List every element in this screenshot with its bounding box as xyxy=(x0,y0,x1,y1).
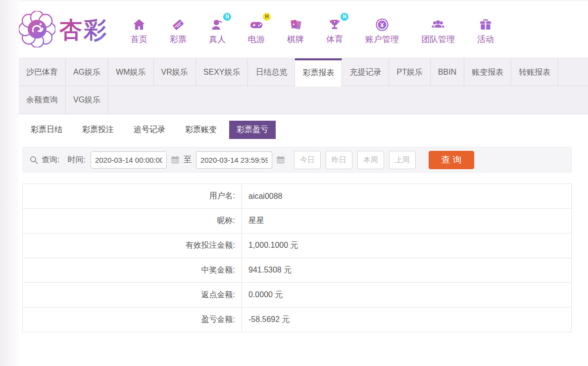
table-row: 返点金额: 0.0000 元 xyxy=(23,283,572,308)
end-time-input[interactable] xyxy=(196,151,272,169)
nav-item-chess[interactable]: 棋牌 xyxy=(287,15,304,45)
quick-today-button[interactable]: 今日 xyxy=(294,151,321,169)
quick-yesterday-button[interactable]: 昨日 xyxy=(326,151,352,169)
row-label: 用户名: xyxy=(23,184,242,209)
row-value: 0.0000 元 xyxy=(242,283,572,308)
row-label: 中奖金额: xyxy=(23,258,242,283)
tab-daily-summary[interactable]: 日结总览 xyxy=(248,58,295,87)
row-label: 盈亏金额: xyxy=(23,308,242,332)
nav-label: 体育 xyxy=(326,34,343,45)
tab-sexy[interactable]: SEXY娱乐 xyxy=(196,58,248,87)
tab-pt[interactable]: PT娱乐 xyxy=(389,58,430,87)
nav-label: 首页 xyxy=(131,34,147,45)
nav-label: 电游 xyxy=(248,34,265,45)
report-tab-lottery-daily[interactable]: 彩票日结 xyxy=(23,121,70,139)
table-row: 盈亏金额: -58.5692 元 xyxy=(23,308,572,332)
query-submit-button[interactable]: 查 询 xyxy=(429,151,474,169)
new-badge: N xyxy=(223,13,231,21)
brand-name: 杏彩 xyxy=(59,15,108,46)
tab-saba-sports[interactable]: 沙巴体育 xyxy=(19,58,66,87)
quick-this-week-button[interactable]: 本周 xyxy=(357,151,384,169)
nav-label: 账户管理 xyxy=(365,34,399,45)
category-tab-row-2: 余额查询 VG娱乐 xyxy=(19,86,588,114)
nav-item-egames[interactable]: H 电游 xyxy=(248,15,265,45)
coin-icon: ¥ xyxy=(375,15,390,32)
tab-account-change-report[interactable]: 账变报表 xyxy=(464,58,511,87)
report-tab-bar: 彩票日结 彩票投注 追号记录 彩票账变 彩票盈亏 xyxy=(19,114,588,144)
report-tab-lottery-account-change[interactable]: 彩票账变 xyxy=(178,121,224,139)
nav-item-lottery[interactable]: 彩票 xyxy=(170,15,187,45)
row-value: aicai0088 xyxy=(242,184,572,209)
query-bar: 查询: 时间: 至 今日 昨日 本周 上周 查 询 xyxy=(22,147,572,173)
tab-lottery-report[interactable]: 彩票报表 xyxy=(295,58,342,87)
lottery-ticket-icon xyxy=(171,15,186,32)
page-left-gutter xyxy=(0,0,19,366)
to-label: 至 xyxy=(184,155,192,165)
tab-wm[interactable]: WM娱乐 xyxy=(108,58,153,87)
home-icon xyxy=(132,15,147,32)
nav-item-sports[interactable]: N 体育 xyxy=(326,15,343,45)
profit-summary-table: 用户名: aicai0088 昵称: 星星 有效投注金额: 1,000.1000… xyxy=(22,183,572,332)
row-label: 昵称: xyxy=(23,209,242,233)
nav-item-team[interactable]: 团队管理 xyxy=(421,15,455,45)
svg-text:¥: ¥ xyxy=(381,21,384,28)
main-nav: 首页 彩票 N xyxy=(131,15,494,45)
category-tab-bar: 沙巴体育 AG娱乐 WM娱乐 VR娱乐 SEXY娱乐 日结总览 彩票报表 充提记… xyxy=(19,58,588,114)
nav-label: 真人 xyxy=(209,34,226,45)
gift-icon xyxy=(478,15,493,32)
nav-label: 彩票 xyxy=(170,34,187,45)
report-tab-lottery-profit[interactable]: 彩票盈亏 xyxy=(229,121,276,139)
tab-vr[interactable]: VR娱乐 xyxy=(154,58,196,87)
report-tab-lottery-bets[interactable]: 彩票投注 xyxy=(75,121,121,139)
row-value: 星星 xyxy=(242,209,572,233)
tab-deposit-withdraw[interactable]: 充提记录 xyxy=(342,58,389,87)
row-value: 1,000.1000 元 xyxy=(242,233,572,258)
live-person-icon: N xyxy=(210,15,225,32)
hot-badge: H xyxy=(263,13,271,21)
tab-transfer-report[interactable]: 转账报表 xyxy=(511,58,558,87)
nav-item-activity[interactable]: 活动 xyxy=(477,15,494,45)
nav-item-home[interactable]: 首页 xyxy=(131,15,147,45)
row-label: 返点金额: xyxy=(23,283,242,308)
row-label: 有效投注金额: xyxy=(23,233,242,258)
table-row: 中奖金额: 941.5308 元 xyxy=(23,258,572,283)
tab-vg[interactable]: VG娱乐 xyxy=(66,86,108,114)
brand-logo[interactable]: 杏彩 xyxy=(19,11,108,49)
nav-item-account[interactable]: ¥ 账户管理 xyxy=(365,15,399,45)
end-calendar-icon[interactable] xyxy=(276,155,286,165)
site-header: 杏彩 首页 彩票 xyxy=(19,0,588,58)
search-icon xyxy=(29,155,39,165)
time-label: 时间: xyxy=(67,155,85,165)
row-value: -58.5692 元 xyxy=(242,308,572,332)
flower-logo-icon xyxy=(19,11,55,49)
trophy-icon: N xyxy=(327,15,342,32)
category-tab-row-1: 沙巴体育 AG娱乐 WM娱乐 VR娱乐 SEXY娱乐 日结总览 彩票报表 充提记… xyxy=(19,58,588,86)
nav-label: 活动 xyxy=(477,34,494,45)
team-icon xyxy=(430,15,446,32)
nav-item-live[interactable]: N 真人 xyxy=(209,15,226,45)
page-container: 杏彩 首页 彩票 xyxy=(19,0,588,332)
quick-last-week-button[interactable]: 上周 xyxy=(389,151,416,169)
gamepad-icon: H xyxy=(248,15,264,32)
tab-ag[interactable]: AG娱乐 xyxy=(66,58,108,87)
start-calendar-icon[interactable] xyxy=(170,155,180,165)
start-time-input[interactable] xyxy=(91,151,167,169)
table-row: 用户名: aicai0088 xyxy=(23,184,572,209)
report-tab-chase-records[interactable]: 追号记录 xyxy=(126,121,173,139)
tab-balance-query[interactable]: 余额查询 xyxy=(19,86,66,114)
cards-icon xyxy=(288,15,303,32)
nav-label: 棋牌 xyxy=(287,34,304,45)
tab-bbin[interactable]: BBIN xyxy=(431,58,464,87)
table-row: 有效投注金额: 1,000.1000 元 xyxy=(23,233,572,258)
table-row: 昵称: 星星 xyxy=(23,209,572,233)
nav-label: 团队管理 xyxy=(421,34,455,45)
row-value: 941.5308 元 xyxy=(242,258,572,283)
new-badge: N xyxy=(341,13,348,21)
query-label: 查询: xyxy=(42,155,59,165)
